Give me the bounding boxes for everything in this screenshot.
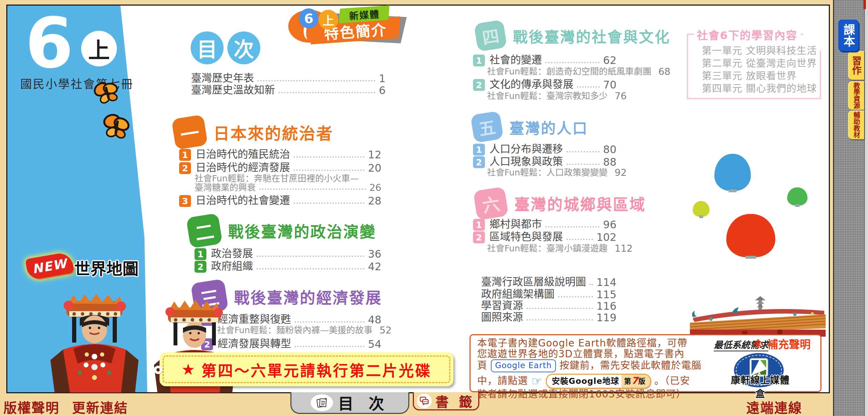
lesson-number: 2 [473,156,485,168]
sky-lantern-yellow [693,201,710,217]
butterfly-icon [99,110,133,144]
unit-4-header[interactable]: 四 戰後臺灣的社會與文化 [476,22,670,50]
install-google-earth-button[interactable]: 安裝Google地球第7版 [546,374,651,389]
tab-teaching-resources[interactable]: 教學資源 [848,81,864,110]
toc-row-fun[interactable]: 臺灣糖業的興衰26 [195,180,381,193]
lesson-number: 2 [195,261,206,273]
unit-6-header[interactable]: 六 臺灣的城鄉與區域 [475,189,646,218]
remote-connect-link[interactable]: 遠端連線 [746,397,802,416]
unit-1-header[interactable]: 一 日本來的統治者 [174,117,333,148]
sky-lantern-green [787,187,807,206]
cover-grade: 6 [25,3,71,84]
toc-row-fun[interactable]: 社會Fun輕鬆：臺灣宗教知多少76 [487,89,616,101]
tab-toc[interactable]: 目 次 [290,392,409,414]
unit-4-badge: 四 [474,20,507,52]
lesson-number: 1 [473,55,485,66]
pointing-hand-icon: ☞ [531,374,542,388]
cover-semester-badge: 上 [81,31,117,66]
feature-badge-grade: 6 [299,8,319,28]
google-earth-notice-text: 本電子書內建Google Earth軟體路徑檔，可帶 您遨遊世界各地的3D立體實… [477,338,708,400]
knsh-logo-label: 康軒線上媒體盒 [727,373,793,400]
unit-1-badge: 一 [171,114,208,150]
toc-row[interactable]: 2 政府組織42 [195,257,381,273]
toc-row-fun[interactable]: 社會Fun輕鬆：人口政策變變變92 [487,165,616,178]
lesson-number: 2 [179,162,191,174]
lesson-number: 2 [473,79,485,91]
next-volume-title: 社會6下的學習內容 [694,27,800,42]
toc-heading-char2: 次 [227,31,260,64]
next-volume-list: 第一單元 文明與科技生活 第二單元 從臺灣走向世界 第三單元 放眼看世界 第四單… [702,45,817,95]
next-volume-item: 第四單元 關心我們的地球 [702,83,817,95]
feature-intro-badge[interactable]: 特色簡介 新媒體 6 上 [286,6,412,44]
tab-auxiliary-materials[interactable]: 輔助教材 [848,110,864,139]
toc-row[interactable]: 3 日治時代的社會變遷28 [179,192,381,207]
unit-2-header[interactable]: 二 戰後臺灣的政治演變 [188,215,376,246]
unit-5-badge: 五 [470,111,503,143]
toc-row-fun[interactable]: 社會Fun輕鬆：創造奇幻空間的紙風車劇團68 [487,64,616,77]
tab-textbook[interactable]: 課本 [838,20,859,51]
banner-string [154,366,162,374]
update-link[interactable]: 更新連結 [72,397,128,416]
google-earth-button[interactable]: Google Earth [491,359,556,372]
lesson-number: 2 [473,231,485,243]
banner-dashed-border [163,356,450,383]
tab-workbook[interactable]: 習作 [848,51,864,80]
toc-heading-char1: 目 [191,31,224,64]
new-badge-label: NEW [31,256,68,276]
ebook-app: 6 上 國民小學社會第七冊 NEW 世界地圖 [0,0,868,416]
toc-row[interactable]: 臺灣歷史溫故知新6 [191,81,386,96]
disc-notice-banner: ★ 第四～六單元請執行第二片光碟 [160,352,453,386]
unit-5-header[interactable]: 五 臺灣的人口 [472,113,588,141]
toc-row-fun[interactable]: 社會Fun輕鬆：麵粉袋內褲—美援的故事52 [217,323,381,336]
next-volume-item: 第二單元 從臺灣走向世界 [702,57,817,70]
tab-bookmark[interactable]: 書 籤 [413,392,479,410]
cover-semester: 上 [88,33,110,64]
next-volume-item: 第三單元 放眼看世界 [702,70,817,83]
toc-row-fun[interactable]: 社會Fun輕鬆：臺灣小鎮漫遊趣112 [487,241,616,254]
toc-row[interactable]: 圖照來源119 [481,308,616,324]
notes-icon [311,394,333,411]
copyright-link[interactable]: 版權聲明 [3,397,59,416]
bookmark-chat-icon [417,394,432,408]
feature-badge-semester: 上 [318,10,338,30]
world-map-label[interactable]: 世界地圖 [74,256,139,279]
next-volume-item: 第一單元 文明與科技生活 [702,45,817,57]
rail-marker [863,0,866,9]
unit-2-badge: 二 [186,213,223,248]
rail-scroll-strip[interactable] [864,0,868,416]
supplement-statement-link[interactable]: ※ 補充聲明 [753,336,811,351]
temple-roof-photo [690,295,826,337]
lesson-number: 3 [179,195,191,207]
sky-lantern-blue [714,154,751,191]
